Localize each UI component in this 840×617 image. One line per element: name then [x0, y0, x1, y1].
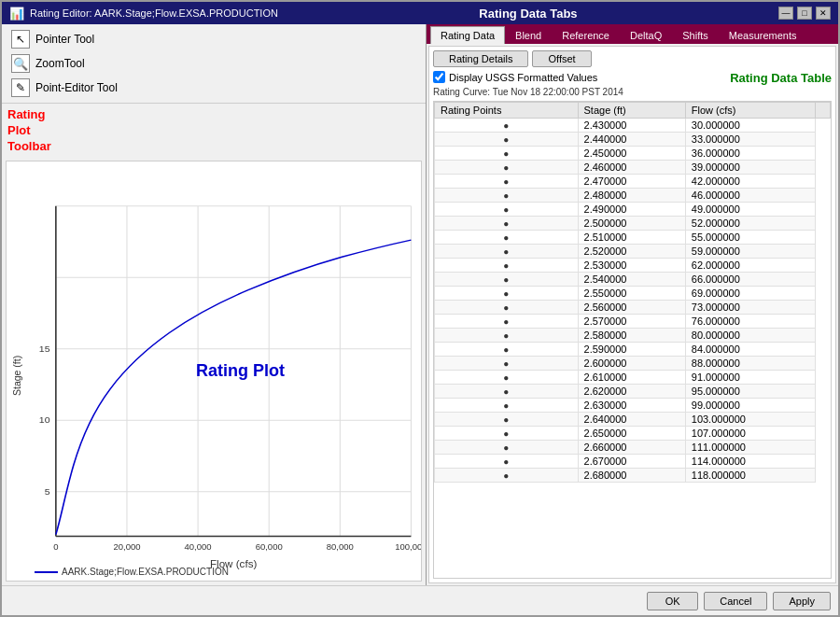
tab-deltaq[interactable]: DeltaQ	[620, 26, 672, 44]
flow-cell: 103.000000	[685, 413, 815, 427]
stage-cell: 2.520000	[578, 245, 685, 259]
data-table-container[interactable]: Rating Points Stage (ft) Flow (cfs) ● 2.…	[433, 101, 832, 579]
table-title: Rating Data Table	[730, 71, 832, 85]
table-row: ● 2.520000 59.000000	[435, 245, 831, 259]
tab-reference[interactable]: Reference	[552, 26, 620, 44]
zoom-tool-label: ZoomTool	[35, 57, 85, 70]
flow-cell: 111.000000	[685, 441, 815, 455]
plot-legend: AARK.Stage;Flow.EXSA.PRODUCTION	[35, 567, 229, 577]
table-row: ● 2.540000 66.000000	[435, 273, 831, 287]
dot-cell: ●	[435, 427, 579, 441]
rating-details-button[interactable]: Rating Details	[433, 50, 528, 67]
flow-cell: 49.000000	[685, 203, 815, 217]
stage-cell: 2.630000	[578, 399, 685, 413]
dot-cell: ●	[435, 385, 579, 399]
flow-cell: 36.000000	[685, 147, 815, 161]
flow-cell: 46.000000	[685, 189, 815, 203]
flow-cell: 91.000000	[685, 371, 815, 385]
tab-blend[interactable]: Blend	[505, 26, 552, 44]
table-row: ● 2.570000 76.000000	[435, 315, 831, 329]
table-row: ● 2.510000 55.000000	[435, 231, 831, 245]
bottom-bar: OK Cancel Apply	[2, 585, 838, 615]
dot-cell: ●	[435, 287, 579, 301]
point-editor-tool-item[interactable]: ✎ Point-Editor Tool	[7, 77, 420, 99]
app-icon: 📊	[9, 7, 24, 21]
svg-text:Stage (ft): Stage (ft)	[10, 356, 22, 396]
flow-cell: 76.000000	[685, 315, 815, 329]
pointer-tool-item[interactable]: ↖ Pointer Tool	[7, 28, 420, 50]
col-header-scroll	[816, 103, 831, 119]
rating-plot-toolbar-label: RatingPlotToolbar	[2, 104, 426, 157]
table-row: ● 2.480000 46.000000	[435, 189, 831, 203]
title-bar: 📊 Rating Editor: AARK.Stage;Flow.EXSA.PR…	[2, 2, 838, 24]
table-row: ● 2.620000 95.000000	[435, 385, 831, 399]
table-row: ● 2.500000 52.000000	[435, 217, 831, 231]
legend-text: AARK.Stage;Flow.EXSA.PRODUCTION	[62, 567, 229, 577]
flow-cell: 59.000000	[685, 245, 815, 259]
col-header-stage: Stage (ft)	[578, 103, 685, 119]
stage-cell: 2.550000	[578, 287, 685, 301]
dot-cell: ●	[435, 329, 579, 343]
tab-measurements[interactable]: Measurements	[719, 26, 807, 44]
stage-cell: 2.530000	[578, 259, 685, 273]
table-row: ● 2.600000 88.000000	[435, 357, 831, 371]
flow-cell: 55.000000	[685, 231, 815, 245]
minimize-button[interactable]: —	[778, 7, 793, 20]
dot-cell: ●	[435, 273, 579, 287]
close-button[interactable]: ✕	[816, 7, 831, 20]
table-row: ● 2.450000 36.000000	[435, 147, 831, 161]
flow-cell: 69.000000	[685, 287, 815, 301]
dot-cell: ●	[435, 343, 579, 357]
table-row: ● 2.680000 118.000000	[435, 469, 831, 483]
dot-cell: ●	[435, 161, 579, 175]
offset-button[interactable]: Offset	[532, 50, 591, 67]
flow-cell: 107.000000	[685, 427, 815, 441]
dot-cell: ●	[435, 133, 579, 147]
table-row: ● 2.660000 111.000000	[435, 441, 831, 455]
tab-shifts[interactable]: Shifts	[672, 26, 719, 44]
col-header-flow: Flow (cfs)	[685, 103, 815, 119]
dot-cell: ●	[435, 231, 579, 245]
flow-cell: 39.000000	[685, 161, 815, 175]
dialog-title: Rating Data Tabs	[479, 7, 577, 21]
cancel-button[interactable]: Cancel	[704, 592, 767, 610]
zoom-tool-item[interactable]: 🔍 ZoomTool	[7, 52, 420, 75]
table-row: ● 2.490000 49.000000	[435, 203, 831, 217]
stage-cell: 2.440000	[578, 133, 685, 147]
dot-cell: ●	[435, 399, 579, 413]
dot-cell: ●	[435, 357, 579, 371]
dot-cell: ●	[435, 301, 579, 315]
maximize-button[interactable]: □	[797, 7, 812, 20]
ok-button[interactable]: OK	[647, 592, 698, 610]
table-row: ● 2.610000 91.000000	[435, 371, 831, 385]
curve-date: Rating Curve: Tue Nov 18 22:00:00 PST 20…	[433, 87, 832, 97]
svg-text:0: 0	[53, 542, 58, 551]
flow-cell: 33.000000	[685, 133, 815, 147]
dot-cell: ●	[435, 189, 579, 203]
stage-cell: 2.680000	[578, 469, 685, 483]
flow-cell: 73.000000	[685, 301, 815, 315]
stage-cell: 2.470000	[578, 175, 685, 189]
zoom-tool-icon: 🔍	[11, 54, 30, 73]
table-row: ● 2.470000 42.000000	[435, 175, 831, 189]
display-usgs-checkbox[interactable]	[433, 71, 445, 83]
flow-cell: 62.000000	[685, 259, 815, 273]
stage-cell: 2.590000	[578, 343, 685, 357]
flow-cell: 99.000000	[685, 399, 815, 413]
table-row: ● 2.430000 30.000000	[435, 119, 831, 133]
stage-cell: 2.450000	[578, 147, 685, 161]
table-row: ● 2.650000 107.000000	[435, 427, 831, 441]
table-row: ● 2.460000 39.000000	[435, 161, 831, 175]
apply-button[interactable]: Apply	[773, 592, 831, 610]
toolbar-container: ↖ Pointer Tool 🔍 ZoomTool ✎ Point-Editor…	[2, 24, 426, 104]
pointer-tool-icon: ↖	[11, 30, 30, 49]
stage-cell: 2.480000	[578, 189, 685, 203]
display-usgs-label: Display USGS Formatted Values	[449, 72, 597, 83]
stage-cell: 2.570000	[578, 315, 685, 329]
tabs-header: Rating Data Blend Reference DeltaQ Shift…	[427, 24, 838, 44]
stage-cell: 2.430000	[578, 119, 685, 133]
svg-text:40,000: 40,000	[185, 542, 212, 551]
stage-cell: 2.610000	[578, 371, 685, 385]
tab-rating-data[interactable]: Rating Data	[430, 26, 505, 44]
flow-cell: 42.000000	[685, 175, 815, 189]
